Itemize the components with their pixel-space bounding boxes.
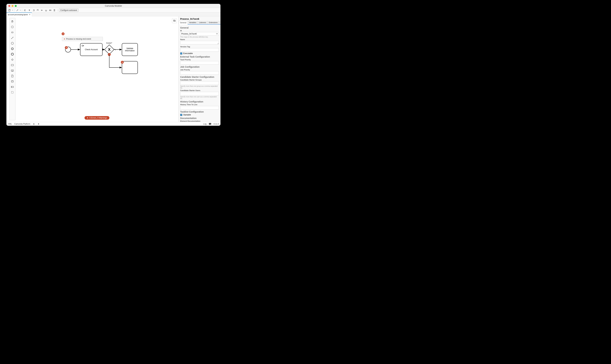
- errors-pill-x-icon: ✕: [87, 117, 88, 119]
- global-connect-tool[interactable]: [10, 35, 15, 40]
- tab-variables[interactable]: Variables: [188, 21, 198, 24]
- deploy-icon[interactable]: [33, 123, 35, 125]
- subprocess-tool[interactable]: [10, 68, 15, 73]
- process-error-badge[interactable]: [62, 32, 65, 35]
- svg-rect-18: [11, 91, 13, 93]
- hand-tool[interactable]: [10, 19, 15, 24]
- startable-row[interactable]: Startable: [180, 114, 219, 116]
- toolbar: ▾ ▾ Configure autosave: [6, 8, 220, 13]
- candidate-users-label: Candidate Starter Users: [180, 90, 219, 91]
- executable-label: Executable: [183, 52, 193, 54]
- space-tool[interactable]: [10, 30, 15, 35]
- id-label: Id: [180, 30, 219, 32]
- candidate-users-input[interactable]: [180, 92, 219, 95]
- end-event-tool[interactable]: [10, 52, 15, 57]
- section-history: History Configuration: [180, 100, 219, 103]
- element-doc-label: Element Documentation: [180, 120, 219, 122]
- data-object-tool[interactable]: [10, 73, 15, 79]
- job-priority-input[interactable]: [180, 71, 219, 75]
- data-store-tool[interactable]: [10, 79, 15, 84]
- task-unnamed-error-badge[interactable]: [121, 61, 124, 64]
- new-file-caret-icon[interactable]: ▾: [12, 10, 13, 11]
- intermediate-event-tool[interactable]: [10, 46, 15, 52]
- section-tasklist: Tasklist Configuration: [180, 110, 219, 113]
- tab-listeners[interactable]: Listeners: [198, 21, 208, 24]
- task-priority-input[interactable]: [180, 61, 219, 65]
- align-center-h-button[interactable]: [27, 9, 31, 12]
- tab-extensions[interactable]: Extensions: [208, 21, 219, 24]
- candidate-groups-input[interactable]: [180, 81, 219, 85]
- svg-point-10: [12, 48, 13, 50]
- startable-checkbox[interactable]: [180, 114, 182, 116]
- properties-tabs: General Variables Listeners Extensions: [179, 21, 220, 25]
- align-middle-button[interactable]: [40, 9, 44, 12]
- section-job: Job Configuration: [180, 65, 219, 68]
- executable-checkbox[interactable]: [180, 52, 182, 54]
- close-tab-icon[interactable]: ✕: [29, 13, 30, 16]
- distribute-h-button[interactable]: [48, 9, 52, 12]
- configure-autosave-button[interactable]: Configure autosave: [59, 9, 79, 12]
- lasso-tool[interactable]: [10, 24, 15, 30]
- status-bar: XML Camunda Platform Log ! 4.11.0: [6, 122, 220, 126]
- file-tab[interactable]: account-processing.bpmn ✕: [6, 13, 32, 16]
- run-icon[interactable]: [37, 123, 40, 125]
- distribute-v-button[interactable]: [53, 9, 56, 12]
- task-unnamed[interactable]: [122, 61, 138, 74]
- log-toggle[interactable]: Log: [203, 123, 207, 125]
- platform-label[interactable]: Camunda Platform: [14, 123, 30, 125]
- file-tab-label: account-processing.bpmn: [8, 14, 28, 15]
- candidate-groups-help: Specify more than one group as a comma s…: [180, 85, 219, 89]
- properties-body: General Id ✕ This maps to the process de…: [179, 25, 220, 122]
- id-input[interactable]: [180, 32, 219, 36]
- id-help: This maps to the process definition key.: [180, 36, 219, 38]
- task-tool[interactable]: [10, 62, 15, 68]
- svg-rect-17: [11, 86, 13, 88]
- participant-tool[interactable]: [10, 84, 15, 90]
- svg-rect-12: [11, 59, 13, 60]
- toolbar-separator: [57, 9, 58, 12]
- magic-wand-button[interactable]: [15, 9, 19, 12]
- job-priority-label: Job Priority: [180, 69, 219, 71]
- feedback-icon[interactable]: !: [209, 123, 211, 125]
- align-right-button[interactable]: [32, 9, 35, 12]
- task-label: Validate Information: [123, 47, 137, 52]
- align-left-button[interactable]: [23, 9, 27, 12]
- tool-palette: [9, 18, 15, 120]
- tab-general[interactable]: General: [179, 21, 188, 25]
- start-event-tool[interactable]: [10, 40, 15, 46]
- history-ttl-input[interactable]: [180, 106, 219, 110]
- task-validate-information[interactable]: Validate Information: [122, 43, 138, 56]
- new-file-button[interactable]: [8, 9, 11, 12]
- svg-point-16: [11, 80, 13, 81]
- task-label: Check Account: [85, 48, 98, 51]
- group-tool[interactable]: [10, 90, 15, 95]
- section-candidate-starter: Candidate Starter Configuration: [180, 76, 219, 78]
- svg-rect-14: [11, 70, 13, 71]
- executable-row[interactable]: Executable: [180, 52, 219, 54]
- svg-point-8: [11, 42, 13, 44]
- history-ttl-label: History Time To Live: [180, 104, 219, 105]
- gateway-tool[interactable]: [10, 57, 15, 62]
- name-label: Name: [180, 39, 219, 40]
- start-event-error-badge[interactable]: [65, 46, 68, 49]
- task-check-account[interactable]: Check Account: [80, 43, 103, 56]
- diagram-canvas[interactable]: ✕ Process is missing end event Check Acc…: [15, 16, 178, 122]
- name-input[interactable]: [180, 41, 219, 44]
- align-bottom-button[interactable]: [44, 9, 48, 12]
- clear-id-icon[interactable]: ✕: [216, 33, 218, 35]
- wand-caret-icon[interactable]: ▾: [20, 10, 21, 11]
- xml-toggle[interactable]: XML: [8, 123, 12, 125]
- manual-task-icon: [81, 44, 84, 47]
- minimap-button[interactable]: [172, 18, 177, 23]
- window-title: Camunda Modeler: [6, 5, 220, 7]
- svg-rect-3: [54, 10, 55, 10]
- svg-text:!: !: [210, 123, 210, 124]
- errors-warnings-pill[interactable]: ✕ 5 Errors, 0 Warnings: [85, 116, 109, 120]
- version-tag-input[interactable]: [180, 48, 219, 52]
- svg-rect-1: [49, 10, 50, 11]
- align-top-button[interactable]: [36, 9, 40, 12]
- task-priority-label: Task Priority: [180, 59, 219, 61]
- errors-pill-label: 5 Errors, 0 Warnings: [90, 117, 107, 119]
- gateway-error-badge[interactable]: [108, 53, 111, 56]
- svg-point-7: [11, 39, 12, 39]
